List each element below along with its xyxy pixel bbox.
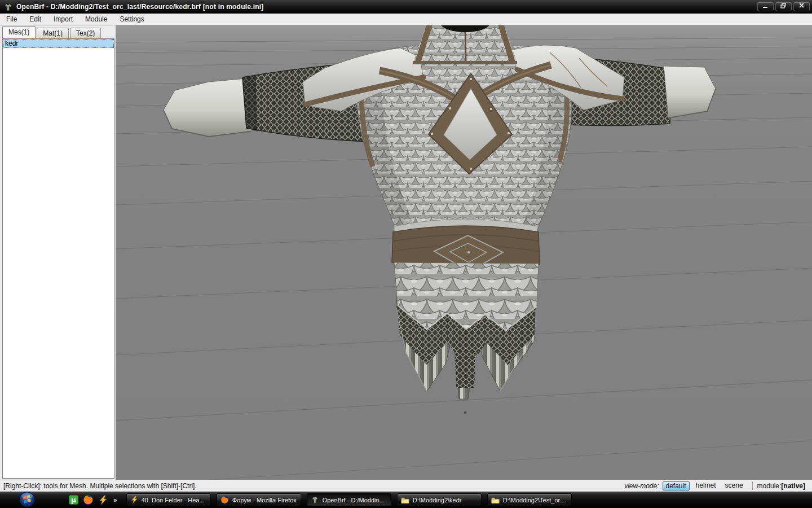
openbrf-armor-icon (3, 2, 13, 12)
status-separator (752, 481, 753, 490)
quick-launch-overflow-chevron[interactable]: » (113, 496, 117, 504)
tab-strip: Mes(1) Mat(1) Tex(2) (2, 26, 102, 38)
taskbar-button-label: Форум - Mozilla Firefox (232, 497, 297, 503)
firefox-icon (220, 496, 229, 504)
status-bar: [Right-Click]: tools for Mesh. Multiple … (0, 480, 812, 492)
close-icon (798, 3, 805, 8)
taskbar-buttons: 40. Don Felder - Hea... Форум - Mozilla … (126, 493, 572, 506)
taskbar: µ » 40. Don Felder - Hea... (0, 492, 812, 508)
winamp-icon (130, 496, 138, 504)
menu-edit[interactable]: Edit (23, 14, 47, 25)
close-button[interactable] (793, 2, 810, 11)
taskbar-button-openbrf[interactable]: OpenBrf - D:/Moddin... (307, 493, 391, 506)
list-item-kedr[interactable]: kedr (3, 39, 114, 48)
taskbar-button-label: D:\Modding2\Test_or... (503, 497, 565, 503)
restore-icon (780, 3, 787, 8)
status-hint: [Right-Click]: tools for Mesh. Multiple … (3, 482, 197, 490)
armor-model (164, 25, 716, 414)
module-value: [native] (781, 482, 805, 490)
module-indicator: module:[native] (757, 482, 805, 490)
folder-icon (401, 496, 409, 504)
tab-meshes[interactable]: Mes(1) (2, 26, 36, 38)
menu-module[interactable]: Module (79, 14, 113, 25)
taskbar-button-label: OpenBrf - D:/Moddin... (323, 497, 385, 503)
view-mode-default[interactable]: default (663, 481, 690, 491)
restore-button[interactable] (775, 2, 792, 11)
taskbar-button-folder-testorc[interactable]: D:\Modding2\Test_or... (487, 493, 572, 506)
quick-launch: µ » (68, 494, 117, 505)
tab-textures[interactable]: Tex(2) (70, 28, 101, 38)
taskbar-button-folder-kedr[interactable]: D:\Modding2\kedr (397, 493, 482, 506)
firefox-icon[interactable] (83, 494, 94, 505)
module-label: module: (757, 482, 782, 490)
view-mode-helmet[interactable]: helmet (693, 481, 719, 491)
utorrent-icon[interactable]: µ (68, 494, 79, 505)
mesh-preview-armor (116, 25, 812, 480)
viewport-3d[interactable] (116, 25, 812, 480)
window-title: OpenBrf - D:/Modding2/Test_orc_last/Reso… (16, 3, 263, 11)
openbrf-armor-icon (311, 496, 319, 504)
start-button[interactable] (19, 491, 36, 508)
titlebar[interactable]: OpenBrf - D:/Modding2/Test_orc_last/Reso… (0, 0, 812, 14)
svg-text:µ: µ (71, 496, 76, 504)
menu-import[interactable]: Import (47, 14, 79, 25)
taskbar-button-winamp[interactable]: 40. Don Felder - Hea... (126, 493, 211, 506)
openbrf-window: OpenBrf - D:/Modding2/Test_orc_last/Reso… (0, 0, 812, 508)
menu-bar: File Edit Import Module Settings (0, 14, 812, 25)
taskbar-button-label: 40. Don Felder - Hea... (142, 497, 205, 503)
mesh-list[interactable]: kedr (2, 38, 114, 479)
taskbar-button-firefox[interactable]: Форум - Mozilla Firefox (217, 493, 301, 506)
taskbar-button-label: D:\Modding2\kedr (413, 497, 462, 503)
minimize-icon (762, 3, 769, 8)
view-mode-label: view-mode: (624, 482, 659, 490)
minimize-button[interactable] (757, 2, 774, 11)
menu-file[interactable]: File (0, 14, 23, 25)
menu-settings[interactable]: Settings (113, 14, 150, 25)
view-mode-scene[interactable]: scene (722, 481, 746, 491)
tab-materials[interactable]: Mat(1) (37, 28, 69, 38)
left-panel: Mes(1) Mat(1) Tex(2) kedr (0, 25, 116, 480)
folder-icon (491, 496, 500, 504)
winamp-icon[interactable] (98, 494, 108, 505)
